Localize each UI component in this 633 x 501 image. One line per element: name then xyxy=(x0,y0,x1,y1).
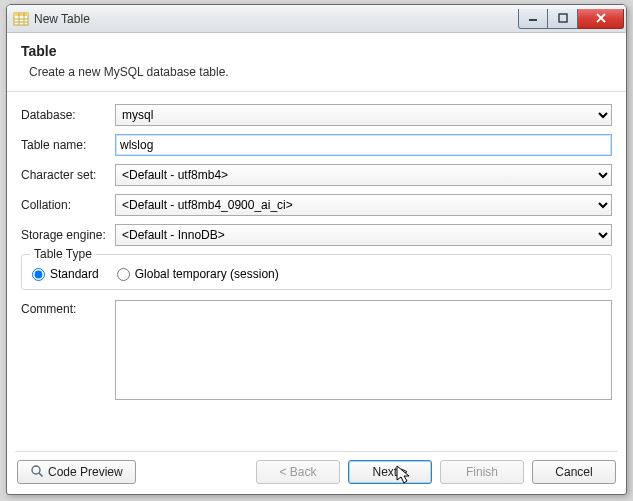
table-name-input[interactable] xyxy=(115,134,612,156)
collation-select[interactable]: <Default - utf8mb4_0900_ai_ci> xyxy=(115,194,612,216)
charset-label: Character set: xyxy=(21,168,115,182)
titlebar: New Table xyxy=(7,5,626,33)
storage-engine-select[interactable]: <Default - InnoDB> xyxy=(115,224,612,246)
maximize-button[interactable] xyxy=(548,9,578,29)
code-preview-button[interactable]: Code Preview xyxy=(17,460,136,484)
storage-engine-label: Storage engine: xyxy=(21,228,115,242)
radio-global-temporary-label: Global temporary (session) xyxy=(135,267,279,281)
table-type-legend: Table Type xyxy=(30,247,96,261)
close-button[interactable] xyxy=(578,9,624,29)
table-icon xyxy=(13,11,29,27)
wizard-header: Table Create a new MySQL database table. xyxy=(7,33,626,92)
collation-label: Collation: xyxy=(21,198,115,212)
code-preview-label: Code Preview xyxy=(48,465,123,479)
svg-point-8 xyxy=(32,466,40,474)
svg-rect-6 xyxy=(529,19,537,21)
svg-rect-1 xyxy=(14,13,28,16)
next-button[interactable]: Next > xyxy=(348,460,432,484)
magnifier-icon xyxy=(30,464,44,481)
page-title: Table xyxy=(21,43,612,59)
page-description: Create a new MySQL database table. xyxy=(21,65,612,79)
comment-textarea[interactable] xyxy=(115,300,612,400)
wizard-dialog: New Table Table Create a new MySQL datab… xyxy=(6,4,627,495)
charset-select[interactable]: <Default - utf8mb4> xyxy=(115,164,612,186)
table-type-group: Table Type Standard Global temporary (se… xyxy=(21,254,612,290)
svg-line-9 xyxy=(39,473,43,477)
minimize-button[interactable] xyxy=(518,9,548,29)
radio-global-temporary-input[interactable] xyxy=(117,268,130,281)
cancel-button[interactable]: Cancel xyxy=(532,460,616,484)
radio-standard-label: Standard xyxy=(50,267,99,281)
window-title: New Table xyxy=(34,12,518,26)
table-name-label: Table name: xyxy=(21,138,115,152)
back-button: < Back xyxy=(256,460,340,484)
window-controls xyxy=(518,9,624,29)
database-label: Database: xyxy=(21,108,115,122)
radio-standard-input[interactable] xyxy=(32,268,45,281)
radio-global-temporary[interactable]: Global temporary (session) xyxy=(117,267,279,281)
radio-standard[interactable]: Standard xyxy=(32,267,99,281)
button-bar: Code Preview < Back Next > Finish Cancel xyxy=(7,452,626,494)
finish-button: Finish xyxy=(440,460,524,484)
comment-label: Comment: xyxy=(21,300,115,316)
form-area: Database: mysql Table name: Character se… xyxy=(7,92,626,451)
svg-rect-7 xyxy=(559,14,567,22)
database-select[interactable]: mysql xyxy=(115,104,612,126)
